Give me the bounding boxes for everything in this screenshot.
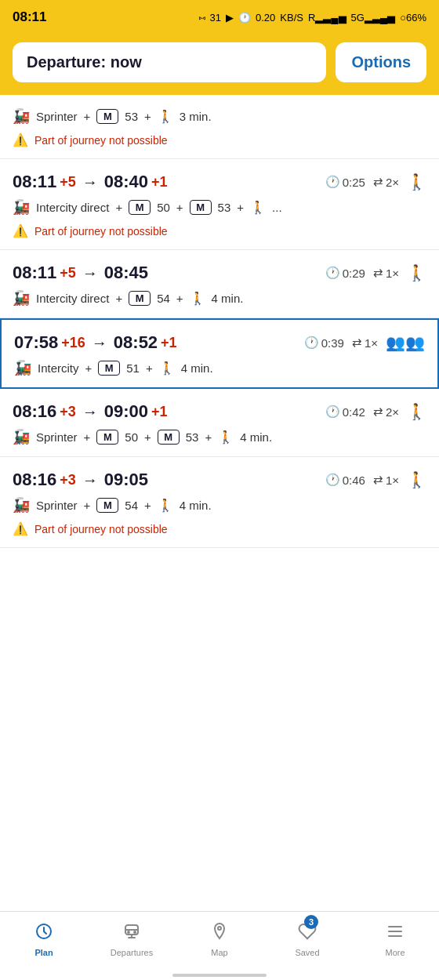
plus-sep: +	[176, 201, 183, 214]
nav-item-saved[interactable]: 3 Saved	[263, 912, 351, 967]
metro-num: 53	[218, 201, 231, 214]
train-name: Intercity	[38, 361, 79, 375]
nav-label-saved: Saved	[295, 948, 319, 957]
crowd-icon: 🚶	[407, 402, 426, 421]
transfers: ⇄ 2×	[373, 175, 399, 189]
warning-icon: ⚠️	[13, 132, 28, 147]
journey-meta: 🕐 0:42 ⇄ 2× 🚶	[325, 402, 426, 421]
train-icon	[122, 922, 141, 946]
duration-value: 0:42	[343, 405, 365, 419]
clock-icon: 🕐	[325, 473, 340, 487]
svg-point-7	[218, 927, 221, 930]
nav-item-more[interactable]: More	[351, 912, 439, 967]
depart-time: 08:16	[13, 401, 56, 422]
transfers: ⇄ 1×	[373, 473, 399, 487]
metro-num: 53	[125, 110, 138, 123]
train-icon: 🚂	[14, 359, 31, 376]
metro-num: 54	[157, 292, 170, 305]
journey-header: 08:16+3 → 09:00+1 🕐 0:42 ⇄ 2× 🚶	[13, 401, 426, 422]
nav-item-plan[interactable]: Plan	[0, 912, 88, 967]
transfer-count: 1×	[386, 267, 399, 280]
metro-num: 50	[125, 430, 138, 444]
depart-delay: +16	[61, 335, 85, 351]
arrive-delay: +1	[151, 174, 168, 191]
saved-badge: 3	[304, 915, 318, 929]
journey-card[interactable]: 08:16+3 → 09:05 🕐 0:46 ⇄ 1× 🚶 🚂 Sprinter…	[0, 457, 439, 548]
warning-icon: ⚠️	[13, 223, 28, 238]
svg-point-6	[134, 931, 136, 933]
depart-delay: +3	[60, 472, 76, 488]
journey-meta: 🕐 0:29 ⇄ 1× 🚶	[325, 263, 426, 282]
arrive-time: 08:45	[104, 263, 148, 283]
train-icon: 🚂	[13, 289, 30, 307]
journey-card[interactable]: 08:11+5 → 08:40+1 🕐 0:25 ⇄ 2× 🚶 🚂 Interc…	[0, 159, 439, 250]
walk-icon: 🚶	[250, 200, 266, 215]
duration: 🕐 0:46	[325, 473, 365, 487]
arrow-icon: →	[82, 264, 98, 282]
metro-badge: M	[96, 498, 118, 513]
metro-badge: M	[96, 109, 118, 124]
transfer-count: 2×	[386, 405, 399, 419]
journey-header: 08:11+5 → 08:40+1 🕐 0:25 ⇄ 2× 🚶	[13, 172, 426, 192]
metro-badge: M	[98, 361, 120, 376]
plus-sep: +	[144, 430, 151, 444]
metro-badge: M	[190, 200, 212, 215]
walk-time: 4 min.	[212, 292, 244, 305]
plus-sep: +	[84, 110, 91, 123]
departure-box[interactable]: Departure: now	[13, 42, 326, 82]
duration-value: 0:25	[343, 176, 365, 189]
journey-meta: 🕐 0:25 ⇄ 2× 🚶	[325, 172, 426, 191]
swipe-bar	[0, 969, 439, 977]
nav-item-map[interactable]: Map	[176, 912, 263, 967]
journey-header: 08:11+5 → 08:45 🕐 0:29 ⇄ 1× 🚶	[13, 263, 426, 283]
duration-value: 0:46	[343, 474, 365, 487]
plus-sep: +	[115, 292, 122, 305]
status-icons: ⑅ 31 ▶ 🕐 0.20 KB/S R▂▃▄▅ 5G▂▃▄▅ ○66%	[199, 12, 426, 24]
status-bar: 08:11 ⑅ 31 ▶ 🕐 0.20 KB/S R▂▃▄▅ 5G▂▃▄▅ ○6…	[0, 0, 439, 34]
arrive-time: 08:52	[114, 332, 158, 353]
warning-text: Part of journey not possible	[34, 134, 168, 147]
arrow-icon: →	[82, 471, 98, 489]
train-name: Intercity direct	[36, 201, 109, 214]
nav-label-map: Map	[211, 948, 227, 957]
departure-label: Departure:	[27, 53, 106, 71]
warning-row: ⚠️ Part of journey not possible	[13, 223, 426, 238]
dots: ...	[272, 201, 282, 214]
journey-card-highlighted[interactable]: 07:58+16 → 08:52+1 🕐 0:39 ⇄ 1× 👥👥 🚂 Inte…	[0, 318, 439, 389]
metro-badge: M	[129, 291, 151, 306]
plus-sep: +	[237, 201, 244, 214]
metro-num: 54	[125, 499, 138, 512]
options-button[interactable]: Options	[336, 42, 426, 82]
duration: 🕐 0:39	[304, 336, 344, 350]
train-icon: 🚂	[13, 107, 30, 125]
journey-card[interactable]: 08:11+5 → 08:45 🕐 0:29 ⇄ 1× 🚶 🚂 Intercit…	[0, 250, 439, 318]
clock-icon: 🕐	[325, 175, 340, 189]
journey-times: 08:16+3 → 09:00+1	[13, 401, 168, 422]
train-name: Sprinter	[36, 499, 78, 512]
nav-item-departures[interactable]: Departures	[88, 912, 176, 967]
duration-value: 0:29	[343, 267, 365, 280]
arrive-delay: +1	[161, 335, 177, 351]
transfer-icon: ⇄	[352, 336, 362, 350]
journey-card[interactable]: 🚂 Sprinter + M 53 + 🚶 3 min. ⚠️ Part of …	[0, 95, 439, 159]
nav-label-more: More	[385, 948, 405, 957]
train-name: Sprinter	[36, 430, 78, 444]
journey-route: 🚂 Intercity direct + M 54 + 🚶 4 min.	[13, 289, 426, 307]
menu-icon	[386, 922, 405, 946]
transfer-icon: ⇄	[373, 473, 383, 487]
clock-icon	[34, 922, 53, 946]
arrow-icon: →	[82, 403, 98, 421]
header: Departure: now Options	[0, 34, 439, 95]
train-icon: 🚂	[13, 428, 30, 445]
arrow-icon: →	[82, 173, 98, 191]
metro-badge: M	[129, 200, 151, 215]
depart-time: 08:11	[13, 172, 56, 192]
journey-route: 🚂 Intercity direct + M 50 + M 53 + 🚶 ...	[13, 198, 426, 216]
departure-now: now	[111, 53, 142, 71]
walk-time: 4 min.	[181, 361, 213, 375]
walk-icon: 🚶	[158, 109, 173, 124]
depart-delay: +5	[60, 265, 76, 281]
journey-card[interactable]: 08:16+3 → 09:00+1 🕐 0:42 ⇄ 2× 🚶 🚂 Sprint…	[0, 389, 439, 457]
train-name: Sprinter	[36, 110, 78, 123]
metro-badge: M	[158, 430, 180, 445]
